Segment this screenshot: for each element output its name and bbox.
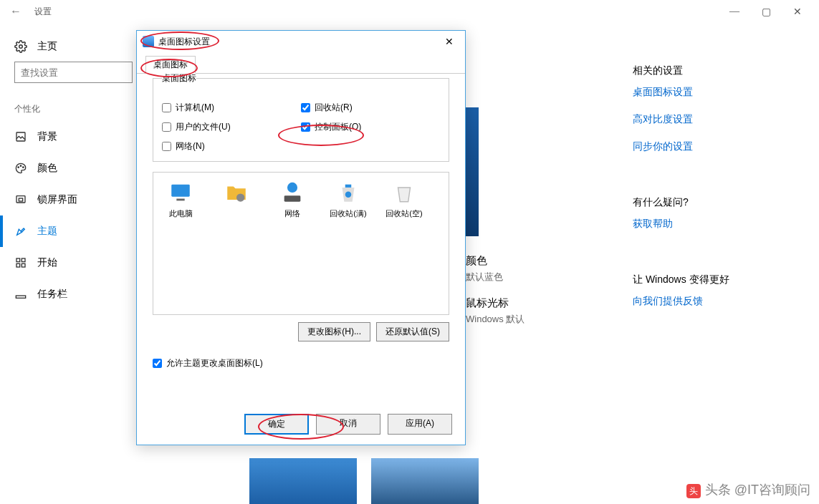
start-icon xyxy=(14,256,27,269)
sidebar-home[interactable]: 主页 xyxy=(14,40,143,53)
svg-rect-10 xyxy=(21,263,25,267)
svg-rect-6 xyxy=(19,198,22,201)
link-feedback[interactable]: 向我们提供反馈 xyxy=(633,295,798,308)
sidebar-section-label: 个性化 xyxy=(14,103,143,115)
desktop-icons-dialog: 桌面图标设置 ✕ 桌面图标 桌面图标 计算机(M) 用户的文件(U) 网络(N)… xyxy=(136,30,466,445)
color-heading: 颜色 xyxy=(466,254,525,268)
palette-icon xyxy=(14,162,27,175)
svg-point-0 xyxy=(19,45,23,49)
theme-thumb-1[interactable] xyxy=(249,458,357,504)
recyclebin-empty-icon xyxy=(391,180,417,205)
svg-rect-8 xyxy=(21,258,25,262)
svg-point-15 xyxy=(287,183,297,193)
tab-desktop-icons[interactable]: 桌面图标 xyxy=(145,56,196,74)
maximize-button[interactable]: ▢ xyxy=(750,0,782,23)
theme-thumbnails xyxy=(249,458,479,504)
related-settings-panel: 相关的设置 桌面图标设置 高对比度设置 同步你的设置 有什么疑问? 获取帮助 让… xyxy=(633,64,819,322)
svg-point-14 xyxy=(236,193,244,201)
sidebar-item-label: 颜色 xyxy=(37,162,57,175)
sidebar-item-label: 开始 xyxy=(37,256,57,269)
back-button[interactable]: ← xyxy=(6,5,26,18)
folder-user-icon xyxy=(224,180,249,205)
watermark: 头头条 @IT咨询顾问 xyxy=(686,481,810,498)
sidebar-item-label: 主题 xyxy=(37,225,57,238)
sidebar-item-label: 背景 xyxy=(37,130,57,143)
taskbar-icon xyxy=(14,288,27,301)
sidebar-item-colors[interactable]: 颜色 xyxy=(14,152,143,184)
change-icon-button[interactable]: 更改图标(H)... xyxy=(298,322,370,341)
link-desktop-icons[interactable]: 桌面图标设置 xyxy=(633,86,798,99)
related-heading: 相关的设置 xyxy=(633,64,798,77)
help-heading: 有什么疑问? xyxy=(633,196,798,209)
check-recyclebin[interactable]: 回收站(R) xyxy=(301,102,440,114)
dialog-title: 桌面图标设置 xyxy=(158,36,210,48)
check-allow-theme[interactable]: 允许主题更改桌面图标(L) xyxy=(153,357,449,369)
cursor-heading: 鼠标光标 xyxy=(466,296,525,310)
color-value: 默认蓝色 xyxy=(466,271,525,284)
check-userfiles[interactable]: 用户的文件(U) xyxy=(162,121,301,133)
lockscreen-icon xyxy=(14,193,27,206)
sidebar-item-start[interactable]: 开始 xyxy=(14,247,143,278)
dialog-tabbar: 桌面图标 xyxy=(137,55,465,74)
svg-point-3 xyxy=(20,165,21,166)
svg-point-2 xyxy=(18,167,19,168)
icon-user-folder[interactable] xyxy=(216,180,257,208)
theme-thumb-2[interactable] xyxy=(371,458,479,504)
check-network[interactable]: 网络(N) xyxy=(162,140,301,152)
link-sync[interactable]: 同步你的设置 xyxy=(633,140,798,153)
monitor-icon xyxy=(168,180,193,205)
link-get-help[interactable]: 获取帮助 xyxy=(633,218,798,231)
sidebar-item-taskbar[interactable]: 任务栏 xyxy=(14,278,143,310)
sidebar-item-themes[interactable]: 主题 xyxy=(14,215,143,247)
sidebar-item-label: 任务栏 xyxy=(37,288,67,301)
icon-recycle-empty[interactable]: 回收站(空) xyxy=(384,180,424,219)
restore-defaults-button[interactable]: 还原默认值(S) xyxy=(376,322,449,341)
window-title: 设置 xyxy=(34,6,52,18)
svg-point-4 xyxy=(23,167,24,168)
dialog-close-button[interactable]: ✕ xyxy=(439,33,459,51)
search-input[interactable] xyxy=(14,62,133,83)
svg-rect-11 xyxy=(16,296,25,298)
icon-this-pc[interactable]: 此电脑 xyxy=(161,180,201,219)
theme-preview-strip xyxy=(466,107,479,236)
check-controlpanel[interactable]: 控制面板(O) xyxy=(301,121,440,133)
sidebar-item-lockscreen[interactable]: 锁屏界面 xyxy=(14,184,143,215)
theme-info: 颜色 默认蓝色 鼠标光标 Windows 默认 xyxy=(466,254,525,339)
ok-button[interactable]: 确定 xyxy=(244,414,309,435)
sidebar-item-label: 锁屏界面 xyxy=(37,193,77,206)
recyclebin-full-icon xyxy=(335,180,361,205)
icon-recycle-full[interactable]: 回收站(满) xyxy=(328,180,368,219)
picture-icon xyxy=(14,130,27,143)
dialog-titlebar: 桌面图标设置 ✕ xyxy=(137,31,465,52)
svg-point-17 xyxy=(345,192,352,198)
link-high-contrast[interactable]: 高对比度设置 xyxy=(633,113,798,126)
svg-rect-16 xyxy=(284,195,301,202)
close-button[interactable]: ✕ xyxy=(782,0,813,23)
svg-rect-13 xyxy=(176,199,184,201)
dialog-icon xyxy=(143,36,154,47)
settings-sidebar: 主页 个性化 背景 颜色 锁屏界面 主题 开始 任务栏 xyxy=(0,29,143,310)
check-computer[interactable]: 计算机(M) xyxy=(162,102,301,114)
icon-preview-list: 此电脑 网络 回收站(满) 回收站(空) xyxy=(153,172,449,315)
sidebar-home-label: 主页 xyxy=(37,40,57,53)
network-icon xyxy=(279,180,305,205)
sidebar-item-background[interactable]: 背景 xyxy=(14,121,143,152)
gear-icon xyxy=(14,40,27,53)
icon-network[interactable]: 网络 xyxy=(272,180,312,219)
minimize-button[interactable]: — xyxy=(719,0,750,23)
svg-rect-9 xyxy=(16,263,20,267)
cancel-button[interactable]: 取消 xyxy=(316,414,380,435)
theme-icon xyxy=(14,225,27,238)
apply-button[interactable]: 应用(A) xyxy=(388,414,452,435)
svg-rect-7 xyxy=(16,258,20,262)
cursor-value: Windows 默认 xyxy=(466,313,525,326)
svg-rect-12 xyxy=(171,185,190,197)
group-label: 桌面图标 xyxy=(162,72,196,84)
feedback-heading: 让 Windows 变得更好 xyxy=(633,273,798,286)
window-titlebar: ← 设置 — ▢ ✕ xyxy=(0,0,819,23)
